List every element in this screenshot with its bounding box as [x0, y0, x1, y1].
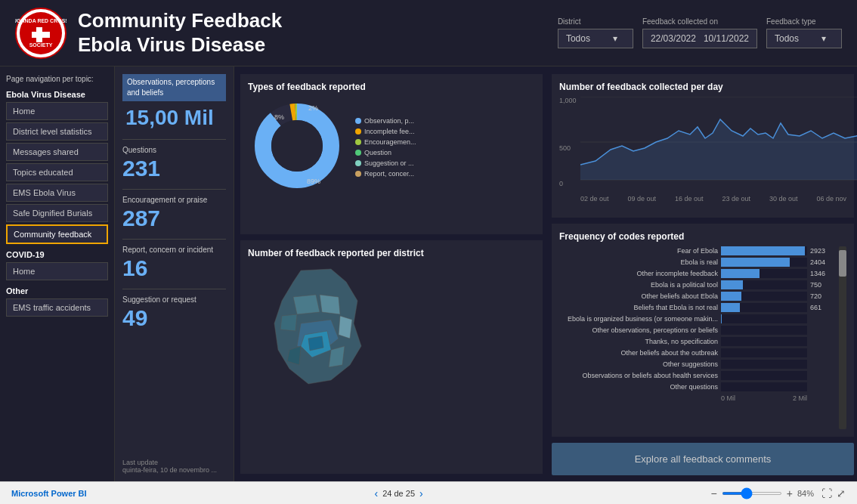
- freq-row: Other beliefs about the outbreak: [559, 348, 833, 357]
- questions-label: Questions: [122, 146, 226, 154]
- map-title: Number of feedback reported per district: [248, 248, 535, 258]
- questions-stat: Questions 231: [122, 146, 226, 181]
- svg-text:89%: 89%: [307, 178, 320, 185]
- sidebar-section-other: Other: [6, 286, 108, 295]
- svg-text:2%: 2%: [308, 104, 318, 112]
- donut-svg: 8% 2% 89%: [248, 97, 346, 195]
- date-label: Feedback collected on: [642, 17, 757, 26]
- type-select[interactable]: Todos ▾: [766, 29, 842, 48]
- date-select[interactable]: 22/03/2022 10/11/2022: [642, 29, 757, 48]
- sidebar-item-ems-traffic[interactable]: EMS traffic accidents: [6, 298, 108, 317]
- questions-value: 231: [122, 156, 226, 181]
- svg-text:SOCIETY: SOCIETY: [29, 42, 53, 48]
- donut-title: Types of feedback reported: [248, 82, 535, 92]
- freq-row: Ebola is real 2404: [559, 258, 833, 267]
- explore-button[interactable]: Explore all feedback comments: [552, 443, 854, 475]
- freq-row: Thanks, no specification: [559, 337, 833, 346]
- sidebar-section-ebola: Ebola Virus Disease: [6, 90, 108, 99]
- freq-row: Other beliefs about Ebola 720: [559, 292, 833, 301]
- svg-text:UGANDA RED CROSS: UGANDA RED CROSS: [15, 18, 67, 23]
- freq-row: Observations or beliefs about health ser…: [559, 371, 833, 380]
- obs-value: 15,00 Mil: [122, 104, 226, 131]
- prev-page-button[interactable]: ‹: [375, 487, 379, 499]
- next-page-button[interactable]: ›: [419, 487, 423, 499]
- sidebar: Page navigation per topic: Ebola Virus D…: [0, 66, 115, 481]
- freq-row: Other incomplete feedback 1346: [559, 269, 833, 278]
- sidebar-item-community[interactable]: Community feedback: [6, 224, 108, 244]
- sidebar-item-burials[interactable]: Safe Dignified Burials: [6, 204, 108, 222]
- svg-marker-17: [580, 119, 857, 180]
- sidebar-item-messages[interactable]: Messages shared: [6, 143, 108, 161]
- obs-stat: Observations, perceptions and beliefs 15…: [122, 74, 226, 131]
- svg-point-10: [271, 120, 323, 172]
- freq-chart-title: Frequency of codes reported: [559, 231, 846, 242]
- sidebar-item-home[interactable]: Home: [6, 102, 108, 120]
- page-indicator: 24 de 25: [382, 489, 415, 498]
- expand-icon[interactable]: ⤢: [837, 487, 846, 499]
- donut-chart-box: Types of feedback reported: [240, 74, 543, 234]
- donut-legend: Observation, p... Incomplete fee... Enco…: [355, 117, 416, 178]
- freq-chart-box: Frequency of codes reported Fear of Ebol…: [552, 224, 854, 437]
- freq-row: Ebola is organized business (or someone …: [559, 314, 833, 323]
- last-update-value: quinta-feira, 10 de novembro ...: [122, 466, 226, 474]
- type-chevron: ▾: [821, 33, 826, 44]
- district-select[interactable]: Todos ▾: [558, 29, 633, 48]
- stats-panel: Observations, perceptions and beliefs 15…: [115, 66, 234, 481]
- sidebar-item-covid-home[interactable]: Home: [6, 262, 108, 280]
- freq-row: Other suggestions: [559, 360, 833, 369]
- sidebar-item-ems[interactable]: EMS Ebola Virus: [6, 184, 108, 202]
- freq-row: Other observations, perceptions or belie…: [559, 326, 833, 335]
- sidebar-item-district[interactable]: District level statistics: [6, 122, 108, 141]
- svg-text:8%: 8%: [274, 113, 284, 121]
- fullscreen-icon[interactable]: ⛶: [821, 487, 832, 499]
- powerbi-link[interactable]: Microsoft Power BI: [11, 489, 87, 498]
- line-chart-box: Number of feedback collected per day 1,0…: [552, 74, 854, 218]
- report-value: 16: [122, 255, 226, 281]
- logo: UGANDA RED CROSS SOCIETY: [15, 8, 67, 59]
- type-label: Feedback type: [766, 17, 842, 26]
- encouragement-value: 287: [122, 206, 226, 231]
- date-filter: Feedback collected on 22/03/2022 10/11/2…: [642, 17, 757, 48]
- encouragement-label: Encouragement or praise: [122, 196, 226, 204]
- line-chart-title: Number of feedback collected per day: [559, 82, 846, 92]
- freq-row: Ebola is a political tool 750: [559, 280, 833, 289]
- svg-rect-5: [32, 32, 50, 38]
- encouragement-stat: Encouragement or praise 287: [122, 196, 226, 231]
- sidebar-item-topics[interactable]: Topics educated: [6, 163, 108, 181]
- suggestion-label: Suggestion or request: [122, 295, 226, 304]
- last-update-label: Last update: [122, 459, 226, 466]
- district-filter: District Todos ▾: [558, 17, 633, 48]
- app-title: Community Feedback Ebola Virus Disease: [78, 9, 282, 56]
- zoom-controls: − + 84% ⛶ ⤢: [711, 487, 846, 499]
- map-box: Number of feedback reported per district…: [240, 240, 543, 474]
- obs-label: Observations, perceptions and beliefs: [122, 74, 226, 101]
- sidebar-section-covid: COVID-19: [6, 250, 108, 259]
- zoom-plus-icon[interactable]: +: [787, 487, 793, 499]
- map-svg: .district { stroke: #555; stroke-width: …: [255, 263, 384, 391]
- report-label: Report, concern or incident: [122, 246, 226, 254]
- type-filter: Feedback type Todos ▾: [766, 17, 842, 48]
- line-svg: [580, 97, 857, 187]
- district-label: District: [558, 17, 633, 26]
- freq-row: Fear of Ebola 2923: [559, 246, 833, 255]
- zoom-value: 84%: [797, 489, 814, 498]
- freq-row: Beliefs that Ebola is not real 661: [559, 303, 833, 312]
- freq-row: Other questions: [559, 382, 833, 391]
- zoom-slider[interactable]: [722, 492, 782, 495]
- suggestion-value: 49: [122, 305, 226, 331]
- zoom-minus-icon[interactable]: −: [711, 487, 717, 499]
- sidebar-nav-title: Page navigation per topic:: [6, 74, 108, 84]
- report-stat: Report, concern or incident 16: [122, 246, 226, 281]
- suggestion-stat: Suggestion or request 49: [122, 295, 226, 331]
- page-nav: ‹ 24 de 25 ›: [375, 487, 423, 499]
- district-chevron: ▾: [613, 33, 617, 44]
